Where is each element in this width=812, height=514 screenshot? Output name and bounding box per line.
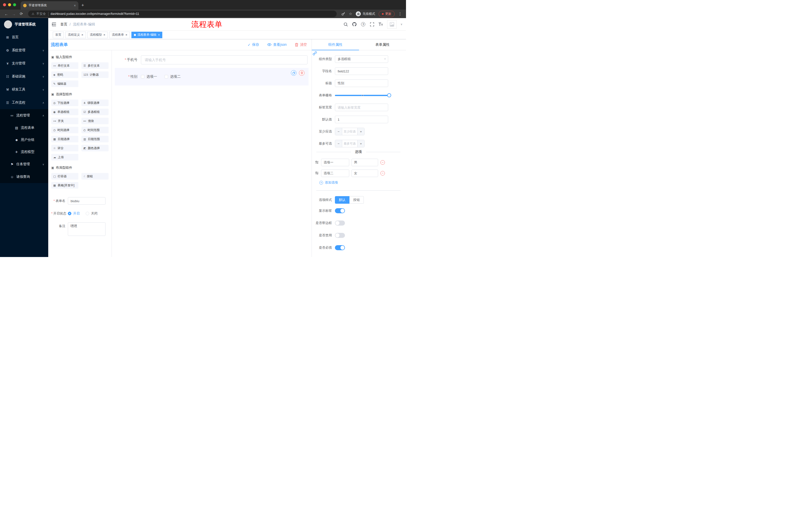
palette-item-rate[interactable]: ☆评分 [51, 145, 78, 152]
palette-item-color-picker[interactable]: ◩颜色选择 [81, 145, 109, 152]
breadcrumb-home[interactable]: 首页 [60, 22, 67, 27]
option-label-input[interactable] [321, 169, 349, 177]
user-avatar[interactable] [387, 20, 397, 29]
label-width-input[interactable] [335, 104, 388, 111]
new-tab-button[interactable]: + [81, 3, 84, 8]
forward-icon[interactable]: → [10, 12, 17, 16]
palette-item-checkbox-group[interactable]: ☑多选框组 [81, 109, 109, 115]
sidebar-item-task-management[interactable]: ⚑ 任务管理 ∨ [0, 158, 48, 170]
decrease-button[interactable]: − [335, 140, 342, 147]
title-input[interactable] [335, 79, 388, 87]
palette-item-button[interactable]: ☝按钮 [81, 173, 109, 180]
palette-item-single-line-text[interactable]: ▭单行文本 [51, 62, 78, 69]
palette-item-row-container[interactable]: ▢行容器 [51, 173, 78, 180]
style-default-button[interactable]: 默认 [335, 196, 349, 204]
palette-item-radio-group[interactable]: ◉单选框组 [51, 109, 78, 115]
tag-home[interactable]: 首页 [53, 32, 64, 38]
incognito-indicator[interactable]: 无痕模式 [356, 11, 375, 16]
slider-track[interactable] [335, 95, 391, 96]
palette-item-upload[interactable]: ☁上传 [51, 154, 78, 160]
design-canvas[interactable]: 手机号 性别 [112, 50, 312, 257]
view-json-button[interactable]: 查看json [267, 43, 287, 47]
search-icon[interactable] [343, 22, 348, 27]
increase-button[interactable]: + [357, 140, 364, 147]
canvas-field-phone[interactable]: 手机号 [115, 55, 309, 65]
save-button[interactable]: ✓ 保存 [248, 43, 259, 47]
max-select-input[interactable] [342, 140, 357, 147]
palette-item-cascader[interactable]: ⋔级联选择 [81, 100, 109, 106]
option-label-input[interactable] [321, 159, 349, 166]
sidebar-item-user-group[interactable]: ☻ 用户分组 [0, 134, 48, 146]
sidebar-item-workflow[interactable]: ☰ 工作流程 ∧ [0, 96, 48, 109]
decrease-button[interactable]: − [335, 128, 342, 135]
phone-field-input[interactable] [141, 55, 308, 64]
delete-component-button[interactable] [299, 70, 304, 76]
tag-process-definition[interactable]: 流程定义 × [65, 32, 86, 38]
app-logo[interactable]: 芋道管理系统 [0, 18, 48, 31]
update-button[interactable]: 更新 [379, 11, 395, 17]
url-text[interactable]: dashboard.yudao.iocoder.cn/bpm/manager/f… [51, 12, 139, 16]
sidebar-item-payment[interactable]: ¥ 支付管理 ∨ [0, 57, 48, 70]
font-size-icon[interactable] [378, 22, 383, 27]
tab-component-props[interactable]: 组件属性 [312, 39, 359, 50]
gender-option2-checkbox[interactable]: 选项二 [165, 75, 181, 79]
sidebar-item-home[interactable]: ⊞ 首页 [0, 31, 48, 44]
remove-option-button[interactable]: − [380, 171, 385, 175]
tag-close-icon[interactable]: × [158, 33, 160, 36]
palette-item-time-range[interactable]: ◴时间范围 [81, 127, 109, 133]
drag-handle-icon[interactable] [315, 171, 319, 176]
sidebar-item-leave-query[interactable]: ☺ 请假查询 [0, 170, 48, 183]
tag-close-icon[interactable]: × [81, 33, 83, 36]
palette-item-date-range[interactable]: ▥日期范围 [81, 136, 109, 142]
palette-item-multi-line-text[interactable]: ☰多行文本 [81, 62, 109, 69]
palette-item-date-picker[interactable]: ▦日期选择 [51, 136, 78, 142]
increase-button[interactable]: + [357, 128, 364, 135]
palette-item-table[interactable]: ▦表格[开发中] [51, 182, 78, 189]
tag-process-form-edit[interactable]: 流程表单-编辑 × [132, 32, 163, 38]
option-value-input[interactable] [351, 159, 378, 166]
status-on-radio[interactable]: 开启 [68, 211, 80, 216]
bookmark-star-icon[interactable]: ☆ [349, 11, 352, 16]
fullscreen-icon[interactable] [370, 22, 375, 27]
hamburger-icon[interactable] [51, 22, 57, 27]
palette-item-time-picker[interactable]: ◷时间选择 [51, 127, 78, 133]
palette-item-dropdown-select[interactable]: ◎下拉选择 [51, 100, 78, 106]
min-select-input[interactable] [342, 128, 357, 135]
back-icon[interactable]: ← [3, 12, 9, 16]
tab-close-icon[interactable]: × [74, 4, 76, 7]
required-toggle[interactable] [335, 245, 345, 250]
component-type-select[interactable]: 多选框组 ∨ [335, 55, 388, 63]
browser-menu-icon[interactable]: ⋮ [398, 11, 402, 16]
avatar-caret-icon[interactable]: ∨ [401, 23, 403, 26]
form-grid-slider[interactable] [335, 91, 391, 99]
tag-close-icon[interactable]: × [104, 33, 106, 36]
remove-option-button[interactable]: − [380, 160, 385, 165]
help-icon[interactable]: ? [361, 22, 366, 27]
address-bar[interactable]: ⚠ 不安全 dashboard.yudao.iocoder.cn/bpm/man… [28, 10, 337, 17]
tag-process-form[interactable]: 流程表单 × [109, 32, 130, 38]
browser-tab[interactable]: 芋道管理系统 × [21, 1, 78, 9]
border-toggle[interactable] [335, 220, 345, 225]
tag-process-model[interactable]: 流程模型 × [87, 32, 108, 38]
window-minimize-button[interactable] [8, 3, 11, 6]
status-off-radio[interactable]: 关闭 [86, 211, 97, 216]
show-label-toggle[interactable] [335, 208, 345, 213]
canvas-field-gender-selected[interactable]: 性别 选项一 选项二 [115, 68, 309, 85]
sidebar-item-process-management[interactable]: ≔ 流程管理 ∧ [0, 109, 48, 122]
drag-handle-icon[interactable] [315, 160, 319, 165]
clear-button[interactable]: 清空 [295, 43, 307, 47]
disabled-toggle[interactable] [335, 233, 345, 238]
sidebar-item-process-form[interactable]: ▤ 流程表单 [0, 122, 48, 134]
style-button-button[interactable]: 按钮 [349, 196, 364, 204]
form-name-input[interactable] [68, 197, 106, 205]
reload-icon[interactable]: ⟳ [18, 11, 25, 16]
security-warning-icon[interactable]: ⚠ [32, 12, 34, 16]
field-name-input[interactable] [335, 67, 388, 75]
palette-item-slider[interactable]: ⊷滑块 [81, 118, 109, 124]
option-value-input[interactable] [351, 169, 378, 177]
sidebar-item-system[interactable]: ⚙ 系统管理 ∨ [0, 44, 48, 57]
window-zoom-button[interactable] [13, 3, 16, 6]
password-key-icon[interactable] [341, 12, 345, 16]
palette-item-counter[interactable]: 123计数器 [81, 72, 109, 78]
add-option-button[interactable]: + 添加选项 [319, 180, 402, 185]
